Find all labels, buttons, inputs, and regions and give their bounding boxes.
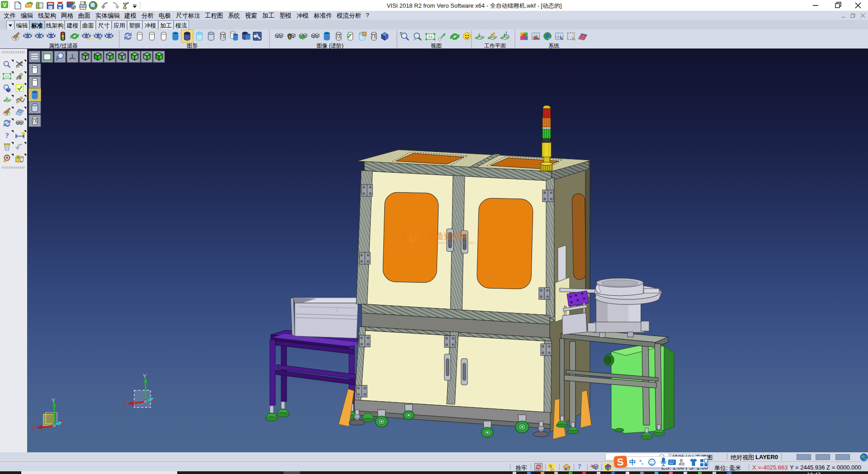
svg-text:智造资料网: 智造资料网 xyxy=(427,232,467,241)
svg-text:+/−: +/− xyxy=(87,36,94,41)
svg-text:V: V xyxy=(3,1,7,8)
svg-text:+: + xyxy=(99,36,101,41)
svg-text:中: 中 xyxy=(629,458,636,466)
svg-text:Z: Z xyxy=(152,396,155,402)
svg-text:S: S xyxy=(617,456,624,468)
svg-text:−: − xyxy=(110,36,113,41)
svg-text:−: − xyxy=(41,36,43,40)
svg-text:7: 7 xyxy=(682,462,684,466)
svg-text:Z: Z xyxy=(61,419,64,426)
svg-text:Y: Y xyxy=(52,398,55,404)
svg-text:Y: Y xyxy=(143,373,146,379)
svg-text:X: X xyxy=(123,401,127,407)
svg-text:°,: °, xyxy=(639,459,643,465)
svg-text:INTELLIGENT MANUFACTURING DATA: INTELLIGENT MANUFACTURING DATA xyxy=(429,242,474,244)
svg-text:+: + xyxy=(29,32,31,37)
svg-text:X: X xyxy=(32,425,35,431)
svg-text:±: ± xyxy=(400,31,402,36)
